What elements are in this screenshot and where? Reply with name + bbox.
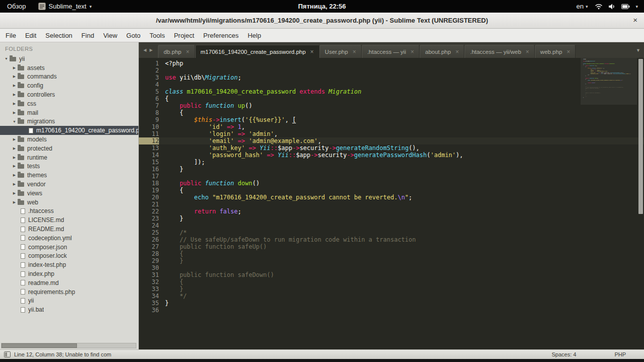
minimap[interactable]: <?phpuse yii\db\Migration;class m170616_… [581, 58, 637, 349]
code-area[interactable]: 1<?php23use yii\db\Migration;45class m17… [139, 58, 644, 314]
wifi-icon[interactable] [595, 4, 603, 10]
code-line-23[interactable]: 23 } [139, 215, 644, 222]
chevron-right-icon[interactable]: ▶ [11, 173, 18, 177]
menu-selection[interactable]: Selection [41, 32, 76, 39]
sidebar-folder-css[interactable]: ▶css [0, 99, 138, 108]
chevron-right-icon[interactable]: ▶ [11, 191, 18, 195]
tab-htaccess-yii[interactable]: .htaccess — yii× [362, 45, 420, 58]
chevron-down-icon[interactable]: ▼ [3, 57, 10, 60]
code-line-9[interactable]: 9 $this->insert('{{%user}}', [ [139, 116, 644, 123]
scrollbar-handle[interactable] [638, 59, 643, 214]
sidebar-file-composer-json[interactable]: composer.json [0, 243, 138, 252]
sidebar-folder-protected[interactable]: ▶protected [0, 144, 138, 153]
code-line-4[interactable]: 4 [139, 81, 644, 88]
code-line-30[interactable]: 30 [139, 264, 644, 271]
chevron-right-icon[interactable]: ▶ [11, 137, 18, 141]
menu-help[interactable]: Help [243, 32, 266, 39]
chevron-right-icon[interactable]: ▶ [11, 182, 18, 186]
code-line-20[interactable]: 20 echo "m170616_194200_create_password … [139, 194, 644, 201]
activities-button[interactable]: Обзор [5, 3, 28, 10]
tab-close-icon[interactable]: × [455, 49, 459, 54]
tab-close-icon[interactable]: × [526, 49, 529, 54]
indentation-status[interactable]: Spaces: 4 [551, 351, 576, 357]
clock[interactable]: Пятница, 22:56 [298, 3, 346, 10]
chevron-right-icon[interactable]: ▶ [11, 200, 18, 204]
tab-scroll-left-icon[interactable]: ◀ [142, 48, 148, 52]
code-line-13[interactable]: 13 'auth_key' => Yii::$app->security->ge… [139, 144, 644, 152]
app-indicator[interactable]: Sublime_text ▾ [38, 3, 92, 10]
chevron-right-icon[interactable]: ▶ [11, 84, 18, 88]
sidebar-file-license-md[interactable]: LICENSE.md [0, 215, 138, 225]
code-line-31[interactable]: 31 public function safeDown() [139, 271, 644, 278]
code-line-1[interactable]: 1<?php [139, 60, 644, 67]
tab-close-icon[interactable]: × [411, 49, 414, 54]
code-line-24[interactable]: 24 [139, 222, 644, 229]
chevron-right-icon[interactable]: ▶ [11, 66, 18, 70]
sidebar-folder-mail[interactable]: ▶mail [0, 108, 138, 117]
sidebar-folder-yii[interactable]: ▼yii [0, 54, 138, 63]
code-line-35[interactable]: 35} [139, 300, 644, 307]
code-line-7[interactable]: 7 public function up() [139, 102, 644, 109]
sidebar-folder-controllers[interactable]: ▶controllers [0, 90, 138, 99]
chevron-right-icon[interactable]: ▶ [11, 102, 18, 106]
code-line-33[interactable]: 33 } [139, 285, 644, 293]
sidebar-folder-web[interactable]: ▶web [0, 198, 138, 207]
menu-find[interactable]: Find [77, 32, 99, 39]
code-line-36[interactable]: 36 [139, 307, 644, 314]
sidebar-file-yii[interactable]: yii [0, 297, 138, 306]
window-close-button[interactable]: × [633, 16, 637, 24]
editor[interactable]: 1<?php23use yii\db\Migration;45class m17… [139, 58, 644, 349]
syntax-status[interactable]: PHP [614, 351, 626, 357]
sidebar-file-readme-md[interactable]: readme.md [0, 278, 138, 287]
tab-m170616-194200-create-password-php[interactable]: m170616_194200_create_password.php× [195, 45, 319, 58]
menu-project[interactable]: Project [170, 32, 199, 39]
code-line-18[interactable]: 18 public function down() [139, 180, 644, 187]
sidebar-file-composer-lock[interactable]: composer.lock [0, 252, 138, 261]
tab-web-php[interactable]: web.php× [535, 45, 576, 58]
sidebar-file-index-php[interactable]: index.php [0, 269, 138, 278]
sidebar-file-htaccess[interactable]: .htaccess [0, 207, 138, 216]
code-line-34[interactable]: 34 */ [139, 293, 644, 300]
sidebar-folder-migrations[interactable]: ▼migrations [0, 117, 138, 126]
sidebar-folder-themes[interactable]: ▶themes [0, 171, 138, 180]
sidebar-file-yii-bat[interactable]: yii.bat [0, 305, 138, 314]
window-titlebar[interactable]: /var/www/html/yii/migrations/m170616_194… [0, 13, 644, 29]
editor-vertical-scrollbar[interactable] [637, 58, 644, 349]
sidebar-file-codeception-yml[interactable]: codeception.yml [0, 234, 138, 243]
chevron-right-icon[interactable]: ▶ [11, 156, 18, 160]
menu-tools[interactable]: Tools [145, 32, 169, 39]
chevron-right-icon[interactable]: ▶ [11, 93, 18, 97]
battery-icon[interactable] [621, 4, 630, 9]
menu-file[interactable]: File [1, 32, 21, 39]
chevron-down-icon[interactable]: ▾ [635, 4, 638, 9]
code-line-11[interactable]: 11 'login' => 'admin', [139, 130, 644, 137]
sidebar-folder-runtime[interactable]: ▶runtime [0, 153, 138, 162]
code-line-16[interactable]: 16 } [139, 166, 644, 173]
code-line-12[interactable]: 12 'email' => 'admin@example.com', [139, 137, 644, 144]
code-line-26[interactable]: 26 // Use safeUp/safeDown to run migrati… [139, 236, 644, 243]
menu-preferences[interactable]: Preferences [199, 32, 243, 39]
keyboard-layout-button[interactable]: en ▾ [576, 3, 588, 10]
code-line-22[interactable]: 22 return false; [139, 208, 644, 215]
sidebar-file-m170616-194200-create-password-php[interactable]: m170616_194200_create_password.php [0, 126, 138, 135]
code-line-10[interactable]: 10 'id' => 1, [139, 123, 644, 130]
volume-icon[interactable] [608, 4, 616, 10]
chevron-right-icon[interactable]: ▶ [11, 147, 18, 151]
scrollbar-handle[interactable] [2, 343, 77, 348]
menu-goto[interactable]: Goto [122, 32, 145, 39]
code-line-14[interactable]: 14 'password_hash' => Yii::$app->securit… [139, 152, 644, 159]
code-line-27[interactable]: 27 public function safeUp() [139, 243, 644, 250]
tab-about-php[interactable]: about.php× [420, 45, 464, 58]
code-line-8[interactable]: 8 { [139, 109, 644, 116]
sidebar-folder-views[interactable]: ▶views [0, 189, 138, 198]
code-line-5[interactable]: 5class m170616_194200_create_password ex… [139, 88, 644, 95]
sidebar-file-requirements-php[interactable]: requirements.php [0, 287, 138, 297]
sidebar-file-index-test-php[interactable]: index-test.php [0, 260, 138, 269]
sidebar-folder-vendor[interactable]: ▶vendor [0, 180, 138, 189]
sidebar-horizontal-scrollbar[interactable] [1, 343, 136, 348]
tab-close-icon[interactable]: × [353, 49, 356, 54]
tab-user-php[interactable]: User.php× [319, 45, 362, 58]
tab-close-icon[interactable]: × [186, 49, 190, 54]
chevron-right-icon[interactable]: ▶ [11, 111, 18, 115]
code-line-6[interactable]: 6{ [139, 95, 644, 102]
